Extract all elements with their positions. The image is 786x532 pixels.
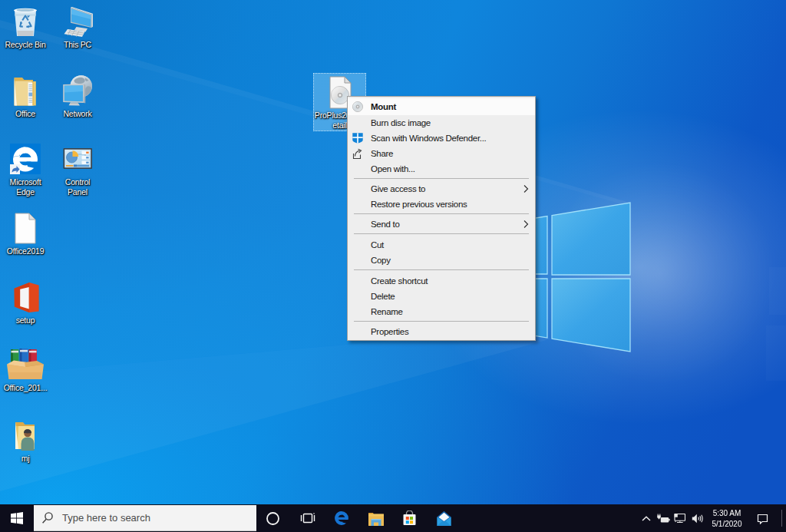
svg-text:5:30 AM: 5:30 AM [713, 509, 741, 517]
svg-text:5/1/2020: 5/1/2020 [712, 520, 742, 528]
